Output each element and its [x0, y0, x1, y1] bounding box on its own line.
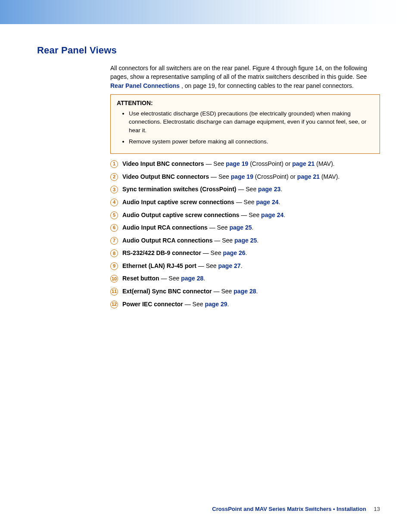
callout-suffix: . [279, 199, 280, 205]
intro-text-a: All connectors for all switchers are on … [110, 65, 367, 80]
callout-number-icon: 3 [110, 186, 118, 193]
section-title: Rear Panel Views [37, 45, 380, 56]
attention-box: ATTENTION: Use electrostatic discharge (… [110, 94, 380, 154]
callout-between: (CrossPoint) or [248, 160, 292, 167]
callout-mid: — See [209, 173, 231, 180]
callout-number-icon: 8 [110, 249, 118, 257]
callout-row: 6Audio Input RCA connections — See page … [110, 224, 380, 232]
callout-mid: — See [159, 275, 181, 282]
callout-number-icon: 2 [110, 173, 118, 181]
callout-suffix: . [241, 262, 243, 269]
callout-number-icon: 11 [110, 288, 118, 296]
callout-number-icon: 10 [110, 275, 118, 283]
callout-between: (CrossPoint) or [253, 173, 297, 180]
callout-number-icon: 4 [110, 199, 118, 206]
callout-text: RS-232/422 DB-9 connector — See page 26. [122, 249, 247, 258]
callout-text: Audio Output RCA connections — See page … [122, 236, 258, 245]
callout-suffix: (MAV). [320, 173, 339, 180]
callout-mid: — See [208, 224, 230, 231]
callout-suffix: . [252, 224, 254, 231]
attention-item-2: Remove system power before making all co… [129, 137, 374, 146]
callout-row: 4Audio Input captive screw connections —… [110, 198, 380, 207]
page-link[interactable]: page 19 [226, 160, 248, 167]
intro-text-b: , on page 19, for connecting cables to t… [181, 82, 354, 89]
page-link[interactable]: page 19 [231, 173, 253, 180]
page-link[interactable]: page 23 [258, 186, 280, 193]
callout-suffix: . [283, 212, 285, 218]
callout-suffix: . [227, 301, 229, 308]
callout-suffix: . [203, 275, 205, 282]
footer-text: CrossPoint and MAV Series Matrix Switche… [212, 506, 366, 512]
callout-suffix: . [257, 237, 258, 244]
page-link[interactable]: page 24 [256, 199, 278, 205]
callout-row: 11Ext(ernal) Sync BNC connector — See pa… [110, 287, 380, 296]
callout-number-icon: 9 [110, 262, 118, 270]
intro-paragraph: All connectors for all switchers are on … [110, 64, 380, 90]
page-link[interactable]: page 25 [229, 224, 252, 231]
callout-mid: — See [204, 160, 226, 167]
page-link[interactable]: page 27 [218, 262, 241, 269]
callout-bold: Sync termination switches (CrossPoint) [122, 186, 237, 193]
callout-mid: — See [237, 186, 258, 193]
callout-number-icon: 7 [110, 237, 118, 245]
attention-list: Use electrostatic discharge (ESD) precau… [117, 109, 374, 146]
callout-row: 2Video Output BNC connectors — See page … [110, 173, 380, 181]
callout-row: 5Audio Output captive screw connections … [110, 211, 380, 220]
callout-bold: Reset button [122, 275, 159, 282]
footer: CrossPoint and MAV Series Matrix Switche… [0, 506, 380, 512]
callout-text: Audio Output captive screw connections —… [122, 211, 285, 220]
page-link[interactable]: page 29 [205, 301, 227, 308]
callout-suffix: . [246, 249, 247, 256]
callout-row: 7Audio Output RCA connections — See page… [110, 236, 380, 245]
page-link[interactable]: page 24 [261, 212, 283, 218]
callout-row: 1Video Input BNC connectors — See page 1… [110, 160, 380, 168]
callout-mid: — See [212, 237, 234, 244]
callout-number-icon: 12 [110, 301, 118, 308]
callout-mid: — See [183, 301, 205, 308]
callout-bold: RS-232/422 DB-9 connector [122, 249, 201, 256]
callout-bold: Audio Output captive screw connections [122, 212, 239, 218]
link-rear-panel-connections[interactable]: Rear Panel Connections [110, 82, 180, 89]
page-link[interactable]: page 21 [297, 173, 320, 180]
callout-suffix: . [256, 288, 258, 295]
callout-mid: — See [212, 288, 234, 295]
callout-bold: Audio Input RCA connections [122, 224, 208, 231]
callout-row: 9Ethernet (LAN) RJ-45 port — See page 27… [110, 262, 380, 271]
callout-row: 3Sync termination switches (CrossPoint) … [110, 185, 380, 194]
callout-text: Audio Input RCA connections — See page 2… [122, 224, 253, 232]
page-link[interactable]: page 26 [223, 249, 245, 256]
callout-suffix: . [280, 186, 282, 193]
callout-text: Video Output BNC connectors — See page 1… [122, 173, 339, 181]
callout-text: Ethernet (LAN) RJ-45 port — See page 27. [122, 262, 243, 271]
callout-bold: Audio Input captive screw connections [122, 199, 234, 205]
callout-mid: — See [234, 199, 256, 205]
callout-bold: Ethernet (LAN) RJ-45 port [122, 262, 196, 269]
callout-text: Power IEC connector — See page 29. [122, 300, 229, 309]
callout-number-icon: 1 [110, 160, 118, 168]
page-link[interactable]: page 25 [234, 237, 257, 244]
attention-label: ATTENTION: [117, 100, 153, 106]
callout-row: 12Power IEC connector — See page 29. [110, 300, 380, 309]
callout-bold: Audio Output RCA connections [122, 237, 212, 244]
callouts-list: 1Video Input BNC connectors — See page 1… [110, 160, 380, 308]
page-link[interactable]: page 21 [292, 160, 314, 167]
attention-item-1: Use electrostatic discharge (ESD) precau… [129, 109, 374, 135]
top-gradient-bar [0, 0, 411, 24]
content-area: Rear Panel Views All connectors for all … [37, 45, 380, 313]
callout-text: Audio Input captive screw connections — … [122, 198, 280, 207]
callout-mid: — See [196, 262, 218, 269]
callout-row: 8RS-232/422 DB-9 connector — See page 26… [110, 249, 380, 258]
page-link[interactable]: page 28 [181, 275, 203, 282]
callout-number-icon: 6 [110, 224, 118, 232]
callout-bold: Video Input BNC connectors [122, 160, 204, 167]
callout-text: Reset button — See page 28. [122, 274, 205, 283]
callout-mid: — See [201, 249, 223, 256]
page-link[interactable]: page 28 [234, 288, 256, 295]
callout-text: Video Input BNC connectors — See page 19… [122, 160, 335, 168]
callout-text: Sync termination switches (CrossPoint) —… [122, 185, 282, 194]
callout-row: 10Reset button — See page 28. [110, 274, 380, 283]
callout-bold: Power IEC connector [122, 301, 183, 308]
callout-text: Ext(ernal) Sync BNC connector — See page… [122, 287, 258, 296]
callout-suffix: (MAV). [314, 160, 334, 167]
callout-mid: — See [239, 212, 261, 218]
